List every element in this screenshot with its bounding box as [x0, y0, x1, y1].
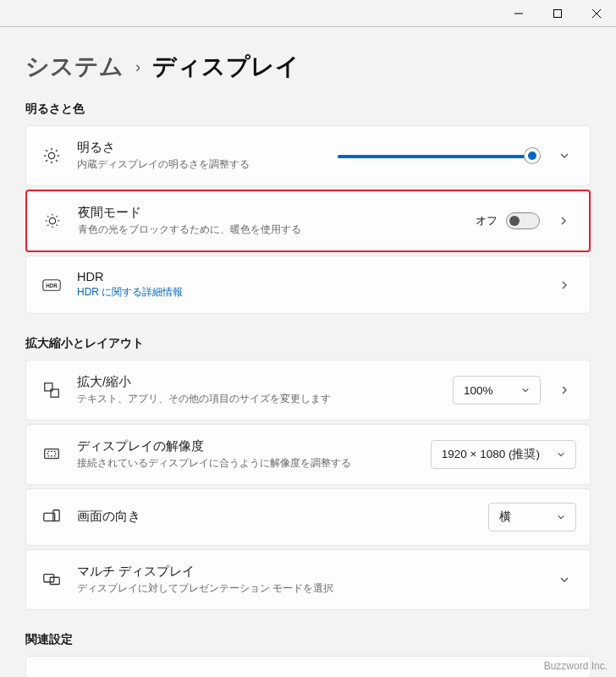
svg-rect-29 [53, 510, 59, 521]
brightness-icon [41, 146, 62, 165]
svg-rect-27 [47, 451, 55, 456]
svg-line-9 [46, 150, 47, 151]
section-related: 関連設定 [25, 632, 591, 647]
chevron-down-icon [521, 384, 530, 397]
window-titlebar [0, 0, 616, 27]
window-minimize-button[interactable] [499, 0, 538, 27]
card-resolution[interactable]: ディスプレイの解像度 接続されているディスプレイに合うように解像度を調整する 1… [25, 424, 591, 485]
chevron-down-icon [557, 449, 565, 461]
breadcrumb-root[interactable]: システム [25, 51, 124, 83]
multi-display-icon [41, 570, 62, 589]
resolution-icon [41, 445, 62, 464]
night-light-title: 夜間モード [78, 205, 460, 221]
svg-line-20 [47, 225, 48, 226]
svg-line-21 [57, 216, 58, 217]
scale-dropdown[interactable]: 100% [453, 376, 541, 405]
svg-rect-31 [50, 577, 59, 584]
section-scale-layout: 拡大縮小とレイアウト [25, 336, 591, 351]
scale-title: 拡大/縮小 [77, 374, 437, 390]
hdr-icon: HDR [41, 276, 62, 294]
brightness-title: 明るさ [77, 140, 322, 156]
chevron-right-icon: › [135, 58, 140, 76]
expand-multi-display-button[interactable] [553, 568, 576, 592]
window-close-button[interactable] [577, 0, 616, 27]
orientation-icon [41, 508, 62, 526]
svg-text:HDR: HDR [46, 283, 58, 289]
section-brightness-color: 明るさと色 [25, 102, 591, 117]
card-hdr[interactable]: HDR HDR HDR に関する詳細情報 [25, 256, 591, 314]
brightness-slider[interactable] [338, 147, 541, 164]
resolution-value: 1920 × 1080 (推奨) [442, 447, 540, 462]
expand-brightness-button[interactable] [553, 144, 576, 168]
orientation-dropdown[interactable]: 横 [488, 503, 576, 531]
card-advanced-display[interactable]: ディスプレイの詳細設定 [25, 656, 591, 677]
svg-line-11 [46, 160, 47, 162]
breadcrumb: システム › ディスプレイ [25, 51, 591, 83]
resolution-subtitle: 接続されているディスプレイに合うように解像度を調整する [77, 456, 415, 471]
brand-watermark: Buzzword Inc. [544, 660, 608, 672]
multi-display-subtitle: ディスプレイに対してプレゼンテーション モードを選択 [77, 581, 537, 596]
card-multi-display[interactable]: マルチ ディスプレイ ディスプレイに対してプレゼンテーション モードを選択 [25, 549, 591, 610]
card-scale[interactable]: 拡大/縮小 テキスト、アプリ、その他の項目のサイズを変更します 100% [25, 360, 591, 421]
night-light-state-label: オフ [476, 213, 498, 228]
card-brightness[interactable]: 明るさ 内蔵ディスプレイの明るさを調整する [25, 125, 591, 186]
card-orientation[interactable]: 画面の向き 横 [25, 488, 591, 546]
night-light-icon [42, 212, 63, 230]
card-night-light[interactable]: 夜間モード 青色の光をブロックするために、暖色を使用する オフ [25, 190, 591, 252]
chevron-down-icon [557, 511, 565, 524]
night-light-toggle[interactable] [506, 212, 540, 229]
svg-line-18 [47, 216, 48, 217]
svg-rect-1 [554, 9, 562, 17]
page-title: ディスプレイ [152, 51, 300, 83]
window-maximize-button[interactable] [538, 0, 577, 27]
svg-rect-26 [45, 449, 59, 459]
scale-subtitle: テキスト、アプリ、その他の項目のサイズを変更します [77, 392, 437, 406]
svg-line-19 [57, 225, 58, 226]
orientation-value: 横 [499, 509, 511, 525]
night-light-subtitle: 青色の光をブロックするために、暖色を使用する [78, 223, 460, 237]
scale-more-button[interactable] [553, 378, 576, 402]
svg-line-12 [56, 150, 58, 151]
resolution-dropdown[interactable]: 1920 × 1080 (推奨) [431, 440, 576, 469]
hdr-title: HDR [77, 270, 537, 283]
svg-line-10 [56, 160, 58, 162]
night-light-more-button[interactable] [552, 209, 575, 233]
scale-icon [41, 381, 62, 399]
svg-point-13 [49, 217, 55, 223]
orientation-title: 画面の向き [77, 509, 473, 525]
resolution-title: ディスプレイの解像度 [77, 438, 415, 454]
scale-value: 100% [464, 384, 493, 397]
hdr-more-button[interactable] [553, 273, 576, 297]
hdr-link[interactable]: HDR に関する詳細情報 [77, 285, 537, 300]
svg-point-4 [48, 152, 54, 158]
brightness-subtitle: 内蔵ディスプレイの明るさを調整する [77, 157, 322, 172]
multi-display-title: マルチ ディスプレイ [77, 564, 537, 580]
svg-rect-30 [44, 575, 54, 582]
